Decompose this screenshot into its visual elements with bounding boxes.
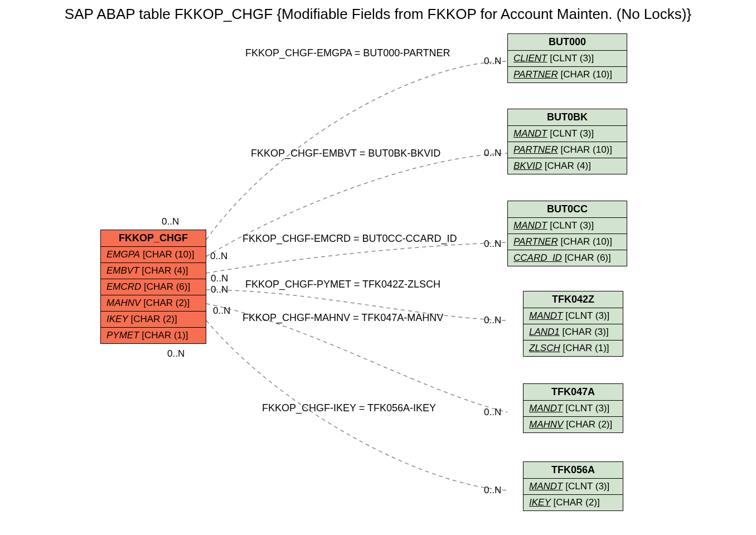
cardinality: 0..N <box>211 273 228 284</box>
field-row: PYMET [CHAR (1)] <box>101 328 206 343</box>
entity-header: TFK047A <box>524 384 623 401</box>
cardinality: 0..N <box>484 148 501 159</box>
cardinality: 0..N <box>484 315 501 326</box>
entity-but0bk: BUT0BK MANDT [CLNT (3)] PARTNER [CHAR (1… <box>507 109 627 174</box>
relation-label: FKKOP_CHGF-EMCRD = BUT0CC-CCARD_ID <box>243 233 457 245</box>
field-row: EMGPA [CHAR (10)] <box>101 247 206 263</box>
entity-fkkop-chgf: FKKOP_CHGF EMGPA [CHAR (10)] EMBVT [CHAR… <box>100 230 206 344</box>
field-row: PARTNER [CHAR (10)] <box>508 234 627 250</box>
relation-label: FKKOP_CHGF-EMGPA = BUT000-PARTNER <box>245 47 450 59</box>
cardinality: 0..N <box>484 239 501 250</box>
field-row: IKEY [CHAR (2)] <box>524 495 623 510</box>
field-row: EMCRD [CHAR (6)] <box>101 279 206 295</box>
relation-label: FKKOP_CHGF-PYMET = TFK042Z-ZLSCH <box>245 279 440 290</box>
field-row: BKVID [CHAR (4)] <box>508 158 627 174</box>
field-row: CCARD_ID [CHAR (6)] <box>508 250 627 266</box>
relation-label: FKKOP_CHGF-EMBVT = BUT0BK-BKVID <box>251 148 440 159</box>
cardinality: 0..N <box>211 284 228 295</box>
relation-label: FKKOP_CHGF-IKEY = TFK056A-IKEY <box>262 402 436 414</box>
cardinality: 0..N <box>167 348 185 359</box>
field-row: MAHNV [CHAR (2)] <box>101 295 206 312</box>
entity-tfk047a: TFK047A MANDT [CLNT (3)] MAHNV [CHAR (2)… <box>523 383 623 433</box>
field-row: EMBVT [CHAR (4)] <box>101 263 206 279</box>
cardinality: 0..N <box>484 56 501 67</box>
field-row: MANDT [CLNT (3)] <box>524 479 623 495</box>
entity-but000: BUT000 CLIENT [CLNT (3)] PARTNER [CHAR (… <box>507 33 627 83</box>
field-row: MANDT [CLNT (3)] <box>508 218 627 234</box>
field-row: PARTNER [CHAR (10)] <box>508 142 627 158</box>
field-row: PARTNER [CHAR (10)] <box>508 67 627 82</box>
cardinality: 0..N <box>213 305 230 317</box>
field-row: MANDT [CLNT (3)] <box>524 308 623 324</box>
cardinality: 0..N <box>162 216 179 227</box>
entity-header: FKKOP_CHGF <box>101 230 206 247</box>
entity-header: TFK056A <box>524 462 623 479</box>
field-row: LAND1 [CHAR (3)] <box>524 324 623 341</box>
entity-header: BUT0CC <box>508 201 627 218</box>
page-title: SAP ABAP table FKKOP_CHGF {Modifiable Fi… <box>0 6 756 23</box>
field-row: MANDT [CLNT (3)] <box>524 401 623 417</box>
cardinality: 0..N <box>210 251 227 262</box>
field-row: MANDT [CLNT (3)] <box>508 126 627 142</box>
field-row: ZLSCH [CHAR (1)] <box>524 341 623 356</box>
entity-header: BUT000 <box>508 34 627 51</box>
entity-tfk056a: TFK056A MANDT [CLNT (3)] IKEY [CHAR (2)] <box>523 461 623 511</box>
field-row: IKEY [CHAR (2)] <box>101 312 206 328</box>
cardinality: 0..N <box>484 485 501 496</box>
field-row: CLIENT [CLNT (3)] <box>508 51 627 67</box>
entity-tfk042z: TFK042Z MANDT [CLNT (3)] LAND1 [CHAR (3)… <box>523 291 623 357</box>
entity-but0cc: BUT0CC MANDT [CLNT (3)] PARTNER [CHAR (1… <box>507 201 627 266</box>
cardinality: 0..N <box>484 407 501 418</box>
entity-header: TFK042Z <box>524 291 623 308</box>
relation-label: FKKOP_CHGF-MAHNV = TFK047A-MAHNV <box>243 312 443 324</box>
entity-header: BUT0BK <box>508 109 627 126</box>
field-row: MAHNV [CHAR (2)] <box>524 417 623 432</box>
